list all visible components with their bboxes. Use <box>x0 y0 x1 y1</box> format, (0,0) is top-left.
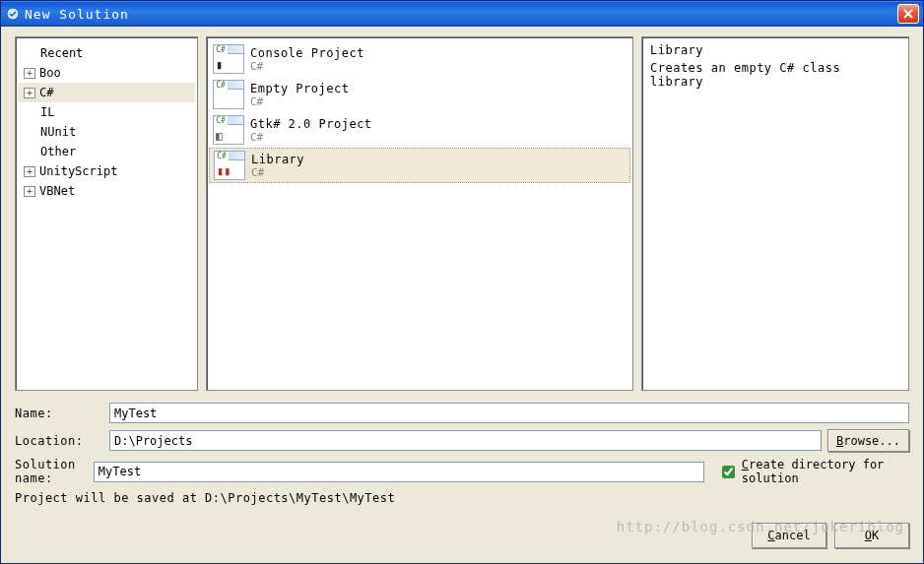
tree-item-vbnet[interactable]: +VBNet <box>18 181 195 201</box>
solution-name-label: Solution name: <box>15 458 94 485</box>
location-label: Location: <box>15 434 109 448</box>
template-icon: C# <box>213 80 244 109</box>
browse-button[interactable]: Browse... <box>827 429 909 452</box>
ok-button[interactable]: OK <box>834 523 909 548</box>
expander-icon[interactable]: + <box>24 88 35 98</box>
panes-row: Recent+Boo+C#ILNUnitOther+UnityScript+VB… <box>15 36 909 391</box>
row-name: Name: <box>15 403 909 423</box>
template-name: Empty Project <box>250 82 349 95</box>
tree-item-nunit[interactable]: NUnit <box>18 122 195 142</box>
template-name: Console Project <box>250 46 364 60</box>
form: Name: Location: Browse... Solution name:… <box>15 403 909 505</box>
tree-item-recent[interactable]: Recent <box>18 43 195 63</box>
row-solution: Solution name: Create directory for solu… <box>15 458 909 485</box>
name-label: Name: <box>15 407 109 420</box>
category-tree[interactable]: Recent+Boo+C#ILNUnitOther+UnityScript+VB… <box>15 36 198 391</box>
tree-item-label: Recent <box>40 46 83 60</box>
tree-item-unityscript[interactable]: +UnityScript <box>18 161 195 181</box>
cancel-button[interactable]: Cancel <box>752 523 826 548</box>
dialog-window: New Solution Recent+Boo+C#ILNUnitOther+U… <box>0 0 924 564</box>
create-dir-checkbox-label[interactable]: Create directory for solution <box>718 458 909 485</box>
template-sub: C# <box>250 95 349 108</box>
template-sub: C# <box>251 166 304 179</box>
template-item-console-project[interactable]: C#▮Console ProjectC# <box>209 41 630 77</box>
footer: Cancel OK <box>15 523 909 548</box>
description-body: Creates an empty C# class library <box>650 61 900 89</box>
tree-item-label: Boo <box>39 66 61 80</box>
tree-item-label: Other <box>40 145 76 158</box>
template-icon: C#▮ <box>213 44 244 74</box>
tree-item-boo[interactable]: +Boo <box>18 63 195 83</box>
close-icon <box>903 9 913 19</box>
window-title: New Solution <box>25 7 897 22</box>
template-icon: C#▮▮ <box>214 151 245 180</box>
row-location: Location: Browse... <box>15 429 909 452</box>
tree-item-other[interactable]: Other <box>18 142 195 161</box>
tree-item-c-[interactable]: +C# <box>18 83 195 102</box>
tree-item-label: UnityScript <box>39 164 117 178</box>
solution-name-input[interactable] <box>94 462 704 482</box>
template-name: Gtk# 2.0 Project <box>250 117 372 131</box>
template-item-empty-project[interactable]: C#Empty ProjectC# <box>209 77 630 112</box>
tree-item-il[interactable]: IL <box>18 102 195 122</box>
tree-item-label: IL <box>40 105 54 119</box>
location-input[interactable] <box>109 430 822 451</box>
template-icon: C#◧ <box>213 115 244 145</box>
template-sub: C# <box>250 131 372 144</box>
close-button[interactable] <box>897 4 919 24</box>
expander-icon[interactable]: + <box>24 68 35 79</box>
name-input[interactable] <box>109 403 909 423</box>
template-sub: C# <box>250 60 364 73</box>
expander-icon[interactable]: + <box>24 166 35 177</box>
template-item-library[interactable]: C#▮▮LibraryC# <box>209 148 630 183</box>
create-dir-checkbox[interactable] <box>722 466 735 478</box>
template-list[interactable]: C#▮Console ProjectC#C#Empty ProjectC#C#◧… <box>206 36 633 391</box>
description-title: Library <box>650 43 900 57</box>
description-pane: Library Creates an empty C# class librar… <box>641 36 909 391</box>
tree-item-label: VBNet <box>39 184 75 198</box>
template-item-gtk-2-0-project[interactable]: C#◧Gtk# 2.0 ProjectC# <box>209 112 630 148</box>
template-name: Library <box>251 153 304 166</box>
app-icon <box>5 6 21 22</box>
tree-item-label: NUnit <box>40 125 76 139</box>
expander-icon[interactable]: + <box>24 186 35 197</box>
titlebar: New Solution <box>1 1 923 27</box>
dialog-content: Recent+Boo+C#ILNUnitOther+UnityScript+VB… <box>1 27 923 563</box>
tree-item-label: C# <box>39 86 53 99</box>
save-path-hint: Project will be saved at D:\Projects\MyT… <box>15 491 909 505</box>
